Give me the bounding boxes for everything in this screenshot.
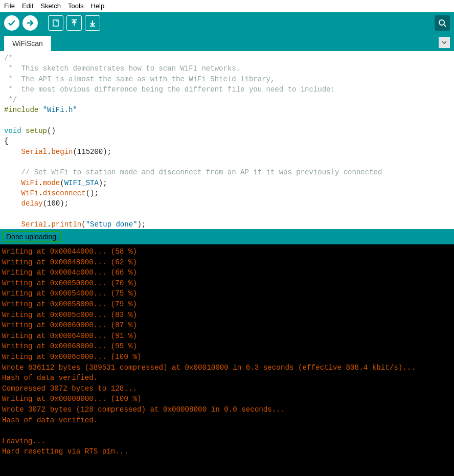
code-class: WiFi	[21, 179, 39, 187]
code-editor[interactable]: /* * This sketch demonstrates how to sca…	[0, 51, 454, 229]
tab-wifiscan[interactable]: WiFiScan	[4, 36, 51, 51]
menu-file[interactable]: File	[4, 2, 15, 10]
toolbar	[0, 12, 454, 34]
code-line: * This sketch demonstrates how to scan W…	[4, 64, 240, 73]
menu-edit[interactable]: Edit	[22, 2, 33, 10]
code-string: "WiFi.h"	[43, 106, 77, 114]
check-icon	[8, 19, 16, 27]
verify-button[interactable]	[4, 15, 19, 31]
open-button[interactable]	[66, 15, 82, 31]
tab-menu-button[interactable]	[439, 37, 450, 48]
code-line: // Set WiFi to station mode and disconne…	[4, 168, 382, 176]
menu-bar: File Edit Sketch Tools Help	[0, 0, 454, 12]
code-func: setup	[26, 127, 47, 135]
code-string: "Setup done"	[86, 220, 138, 229]
menu-tools[interactable]: Tools	[68, 2, 83, 10]
code-method: mode	[43, 179, 60, 187]
code-class: Serial	[21, 220, 47, 229]
menu-help[interactable]: Help	[90, 2, 104, 10]
tab-bar: WiFiScan	[0, 34, 454, 51]
code-func: delay	[21, 199, 43, 208]
output-console[interactable]: Writing at 0x00044000... (58 %) Writing …	[0, 244, 454, 476]
arrow-down-icon	[88, 19, 97, 27]
serial-monitor-button[interactable]	[435, 15, 450, 31]
code-line: /*	[4, 54, 13, 62]
code-class: WiFi	[21, 189, 39, 197]
arrow-up-icon	[70, 19, 78, 27]
code-keyword: #include	[4, 106, 43, 114]
menu-sketch[interactable]: Sketch	[40, 2, 61, 10]
code-class: Serial	[21, 148, 47, 156]
svg-line-4	[444, 25, 446, 27]
code-keyword: void	[4, 127, 21, 135]
code-line: * The API is almost the same as with the…	[4, 75, 275, 83]
code-method: disconnect	[43, 189, 86, 197]
code-const: WIFI_STA	[64, 179, 99, 187]
save-button[interactable]	[85, 15, 100, 31]
chevron-down-icon	[442, 40, 447, 45]
code-method: begin	[51, 148, 73, 156]
magnifier-icon	[438, 18, 447, 28]
status-bar: Done uploading.	[0, 229, 454, 244]
code-line: */	[4, 96, 17, 104]
code-line: * the most obvious difference being the …	[4, 85, 335, 94]
code-line: {	[4, 137, 8, 145]
file-icon	[52, 19, 60, 27]
status-text: Done uploading.	[3, 231, 61, 242]
new-button[interactable]	[48, 15, 63, 31]
svg-point-3	[439, 20, 444, 25]
upload-button[interactable]	[22, 15, 38, 31]
svg-rect-0	[53, 20, 58, 26]
arrow-right-icon	[26, 19, 34, 27]
code-method: println	[51, 220, 81, 229]
